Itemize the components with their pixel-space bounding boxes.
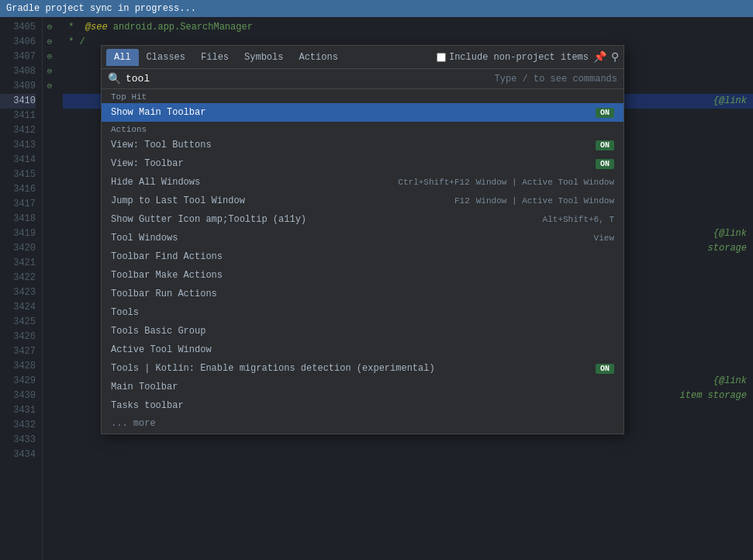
result-tools-kotlin[interactable]: Tools | Kotlin: Enable migrations detect… <box>102 359 623 378</box>
result-shortcut: Ctrl+Shift+F12 <box>398 178 469 187</box>
result-label: Tasks toolbar <box>111 400 614 411</box>
tab-classes[interactable]: Classes <box>139 49 193 66</box>
search-input[interactable] <box>126 73 495 85</box>
results-area[interactable]: Top Hit Show Main Toolbar ON Actions Vie… <box>102 89 623 434</box>
non-project-checkbox-label[interactable]: Include non-project items <box>437 52 589 63</box>
result-label: Tools <box>111 307 614 318</box>
tab-symbols[interactable]: Symbols <box>237 49 291 66</box>
result-main-toolbar[interactable]: Main Toolbar <box>102 378 623 396</box>
more-link[interactable]: ... more <box>102 415 623 434</box>
result-label: Toolbar Run Actions <box>111 289 614 299</box>
search-input-row: 🔍 Type / to see commands <box>102 69 623 89</box>
result-hide-all-windows[interactable]: Hide All Windows Ctrl+Shift+F12 Window |… <box>102 173 623 192</box>
result-label: Show Gutter Icon amp;Tooltip (a11y) <box>111 214 537 225</box>
badge-on: ON <box>596 159 614 169</box>
result-label: Hide All Windows <box>111 177 392 188</box>
pin-icon[interactable]: 📌 <box>593 50 606 64</box>
result-label: Tools | Kotlin: Enable migrations detect… <box>111 363 589 374</box>
result-tools-basic-group[interactable]: Tools Basic Group <box>102 322 623 340</box>
result-view-tool-buttons[interactable]: View: Tool Buttons ON <box>102 136 623 154</box>
result-tools[interactable]: Tools <box>102 303 623 322</box>
section-actions: Actions <box>102 122 623 136</box>
result-tool-windows[interactable]: Tool Windows View <box>102 229 623 247</box>
result-shortcut: F12 <box>454 196 470 206</box>
result-category: Window | Active Tool Window <box>476 196 614 206</box>
result-show-gutter-icon[interactable]: Show Gutter Icon amp;Tooltip (a11y) Alt+… <box>102 210 623 229</box>
result-label: Active Tool Window <box>111 344 614 355</box>
gutter: ⊖ ⊖ ⊖ ⊖ ⊖ <box>43 17 57 560</box>
result-jump-last-tool-window[interactable]: Jump to Last Tool Window F12 Window | Ac… <box>102 192 623 210</box>
badge-on: ON <box>596 108 614 118</box>
result-active-tool-window[interactable]: Active Tool Window <box>102 340 623 359</box>
search-icon: 🔍 <box>108 72 121 85</box>
result-label: Toolbar Find Actions <box>111 251 614 262</box>
result-tasks-toolbar[interactable]: Tasks toolbar <box>102 396 623 415</box>
line-numbers: 3405 3406 3407 3408 3409 3410 3411 3412 … <box>0 17 43 560</box>
result-category: View <box>594 233 614 243</box>
result-view-toolbar[interactable]: View: Toolbar ON <box>102 154 623 173</box>
tab-bar: All Classes Files Symbols Actions Includ… <box>102 46 623 69</box>
search-hint: Type / to see commands <box>495 74 617 85</box>
tab-actions[interactable]: Actions <box>291 49 345 66</box>
search-popup: All Classes Files Symbols Actions Includ… <box>101 45 624 434</box>
tab-options: Include non-project items 📌 ⚲ <box>437 50 619 64</box>
filter-icon[interactable]: ⚲ <box>611 50 619 64</box>
result-label: View: Tool Buttons <box>111 140 589 150</box>
badge-on: ON <box>596 140 614 150</box>
result-label: Toolbar Make Actions <box>111 270 614 281</box>
result-toolbar-run-actions[interactable]: Toolbar Run Actions <box>102 285 623 303</box>
result-category: Window | Active Tool Window <box>476 178 614 187</box>
result-label: Show Main Toolbar <box>111 107 589 118</box>
non-project-checkbox[interactable] <box>437 53 446 62</box>
title-text: Gradle project sync in progress... <box>6 3 196 14</box>
result-label: Tools Basic Group <box>111 326 614 337</box>
section-top-hit: Top Hit <box>102 89 623 103</box>
result-label: Main Toolbar <box>111 382 614 392</box>
result-show-main-toolbar[interactable]: Show Main Toolbar ON <box>102 103 623 122</box>
badge-on: ON <box>596 364 614 374</box>
non-project-label: Include non-project items <box>449 52 589 63</box>
result-toolbar-find-actions[interactable]: Toolbar Find Actions <box>102 247 623 266</box>
title-bar: Gradle project sync in progress... <box>0 0 753 17</box>
result-toolbar-make-actions[interactable]: Toolbar Make Actions <box>102 266 623 285</box>
result-label: Jump to Last Tool Window <box>111 195 448 206</box>
result-label: Tool Windows <box>111 233 588 244</box>
tab-files[interactable]: Files <box>193 49 237 66</box>
result-shortcut: Alt+Shift+6, T <box>543 215 614 224</box>
result-label: View: Toolbar <box>111 158 589 169</box>
tab-all[interactable]: All <box>106 49 139 66</box>
